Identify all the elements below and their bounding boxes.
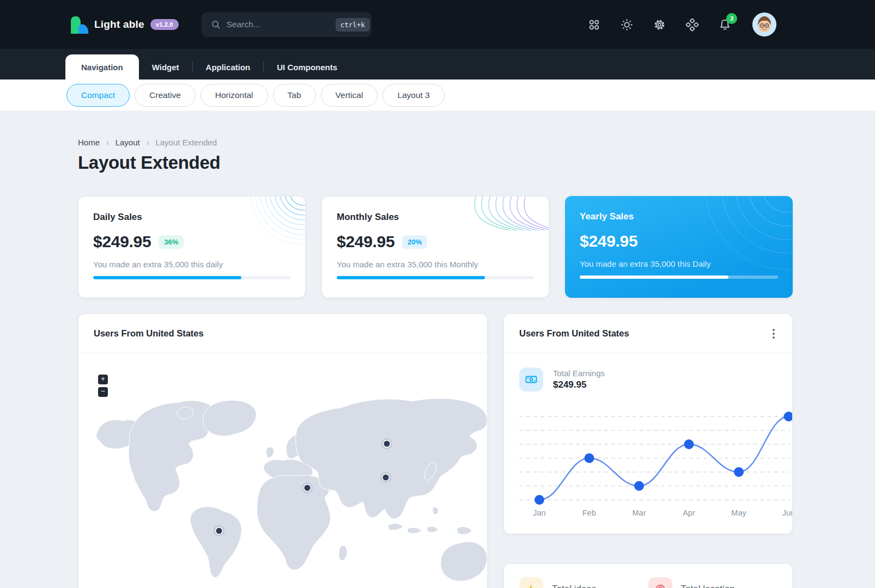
svg-text:Feb: Feb: [582, 509, 596, 517]
monthly-sales-card: Monthly Sales $249.95 20% You made an ex…: [321, 196, 549, 298]
chevron-right-icon: ›: [102, 138, 113, 147]
map-new-guinea: [457, 527, 472, 535]
map-north-america: [129, 401, 213, 512]
map-marker: [381, 438, 392, 449]
svg-text:Apr: Apr: [683, 509, 695, 517]
target-rings-icon: [648, 577, 672, 588]
users-map-card: Users From United States + −: [78, 314, 488, 588]
map-marker: [214, 525, 224, 536]
card-title: Daily Sales: [93, 212, 290, 223]
svg-text:May: May: [731, 509, 746, 517]
card-caption: You made an extra 35,000 this Daily: [580, 259, 778, 268]
progress-bar: [580, 275, 778, 279]
map-zoom-in-button[interactable]: +: [98, 375, 108, 384]
total-ideas-item: Total ideas: [519, 577, 648, 588]
map-madagascar: [339, 546, 347, 560]
pill-horizontal[interactable]: Horizontal: [200, 84, 268, 107]
card-title: Users From United States: [94, 328, 204, 339]
breadcrumb: Home › Layout › Layout Extended: [76, 138, 793, 147]
earnings-chart: JanFebMarAprMayJun: [504, 395, 793, 525]
map-south-america: [190, 507, 241, 578]
total-label: Total ideas: [552, 584, 596, 588]
bell-icon[interactable]: 3: [718, 17, 732, 32]
card-title: Yearly Sales: [580, 211, 778, 222]
card-value: $249.95: [337, 232, 394, 251]
progress-bar: [337, 276, 534, 279]
main-nav: Navigation Widget Application UI Compone…: [0, 49, 875, 79]
card-value: $249.95: [93, 232, 151, 251]
top-header: Light able v1.2.0 ctrl+k: [0, 0, 875, 49]
notification-badge: 3: [726, 13, 737, 24]
progress-bar: [93, 276, 290, 279]
card-caption: You made an extra 35,000 this daily: [93, 260, 290, 269]
chevron-right-icon: ›: [142, 138, 154, 147]
cash-icon: [519, 367, 543, 391]
sub-nav: Compact Creative Horizontal Tab Vertical…: [0, 79, 875, 111]
totals-card: Total ideas Total location: [503, 564, 793, 588]
map-marker: [302, 482, 313, 493]
pill-tab[interactable]: Tab: [273, 84, 316, 107]
daily-sales-card: Daily Sales $249.95 36% You made an extr…: [78, 196, 306, 298]
breadcrumb-layout[interactable]: Layout: [113, 138, 142, 147]
total-label: Total location: [681, 584, 735, 588]
kebab-menu-icon[interactable]: [770, 327, 777, 341]
svg-text:Mar: Mar: [633, 509, 646, 517]
map-africa: [257, 475, 330, 570]
pill-vertical[interactable]: Vertical: [321, 84, 378, 107]
percent-badge: 20%: [402, 235, 427, 249]
svg-text:Jan: Jan: [533, 509, 545, 517]
settings-gear-icon[interactable]: [652, 17, 666, 32]
tab-ui-components[interactable]: UI Components: [264, 54, 350, 79]
card-caption: You made an extra 35,000 this Monthly: [337, 260, 534, 269]
tab-application[interactable]: Application: [193, 54, 264, 79]
progress-fill: [580, 275, 728, 279]
lightning-bolt-icon: [519, 577, 543, 588]
map-australia: [441, 542, 487, 581]
brand: Light able v1.2.0: [70, 15, 179, 34]
pill-compact[interactable]: Compact: [66, 84, 130, 107]
map-uk: [266, 447, 274, 457]
version-badge: v1.2.0: [150, 19, 179, 30]
percent-badge: 36%: [159, 235, 184, 249]
card-title: Users From United States: [519, 328, 629, 339]
widgets-diamond-icon[interactable]: [685, 17, 699, 32]
brand-name: Light able: [94, 19, 144, 30]
breadcrumb-home[interactable]: Home: [76, 138, 102, 147]
tab-widget[interactable]: Widget: [139, 54, 192, 79]
progress-fill: [93, 276, 241, 279]
map-greenland: [203, 400, 256, 436]
svg-text:Jun: Jun: [782, 509, 793, 517]
search-input[interactable]: [227, 20, 336, 29]
metric-value: $249.95: [553, 379, 605, 390]
earnings-card: Users From United States: [503, 314, 793, 534]
card-value: $249.95: [580, 232, 637, 250]
map-marker: [380, 472, 391, 483]
search-shortcut: ctrl+k: [336, 18, 370, 32]
card-title: Monthly Sales: [337, 212, 534, 223]
content: Home › Layout › Layout Extended Layout E…: [0, 111, 875, 588]
tab-navigation[interactable]: Navigation: [65, 54, 139, 79]
pill-layout3[interactable]: Layout 3: [382, 84, 444, 107]
avatar[interactable]: [752, 13, 776, 36]
total-location-item: Total location: [648, 577, 777, 588]
header-actions: 3: [587, 13, 776, 36]
map-zoom-out-button[interactable]: −: [98, 387, 108, 397]
app-logo-icon: [70, 15, 88, 34]
pill-creative[interactable]: Creative: [135, 84, 196, 107]
breadcrumb-current: Layout Extended: [153, 138, 219, 147]
yearly-sales-card: Yearly Sales $249.95 You made an extra 3…: [565, 196, 793, 298]
apps-grid-icon[interactable]: [587, 17, 601, 32]
brightness-icon[interactable]: [619, 17, 634, 32]
metric-label: Total Earnings: [553, 369, 605, 378]
search-icon: [210, 19, 221, 30]
page-title: Layout Extended: [78, 152, 793, 173]
stat-cards-row: Daily Sales $249.95 36% You made an extr…: [78, 196, 793, 298]
world-map[interactable]: + −: [78, 353, 487, 588]
progress-fill: [337, 276, 485, 279]
world-map-svg: [78, 377, 488, 588]
search-box[interactable]: ctrl+k: [202, 12, 372, 37]
